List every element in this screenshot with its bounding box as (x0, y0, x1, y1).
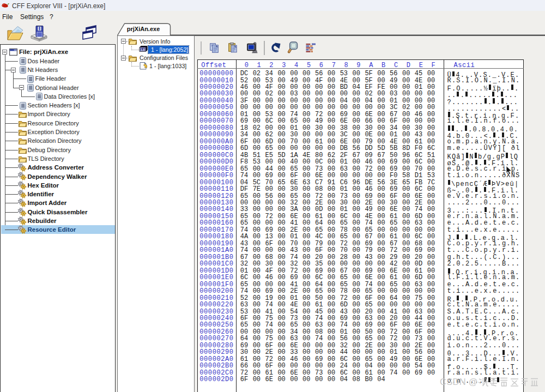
svg-text:1.0: 1.0 (141, 48, 145, 51)
